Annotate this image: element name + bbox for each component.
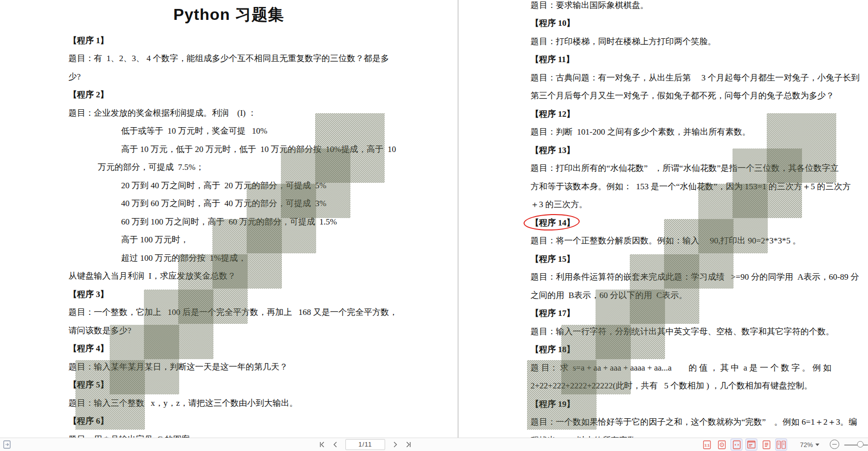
doc-line: 万元的部分，可提成 7.5%；	[68, 158, 458, 177]
doc-line: 【程序 11】	[531, 51, 868, 69]
first-page-button[interactable]	[319, 441, 326, 449]
doc-line: 2+22+222+2222+22222(此时，共有 5 个数相加 ) ，几个数相…	[531, 377, 868, 395]
zoom-slider-knob[interactable]	[857, 441, 864, 448]
page-navigation	[319, 438, 412, 451]
two-page-view-button[interactable]	[775, 439, 787, 451]
doc-line: 【程序 18】	[531, 341, 868, 359]
doc-line: 题目：输入某年某月某日，判断这一天是这一年的第几天？	[68, 358, 458, 376]
doc-line: 【程序 3】	[68, 285, 458, 303]
doc-line: 题目：一个数如果恰好等于它的因子之和，这个数就称为“完数” 。例如 6=1＋2＋…	[531, 413, 868, 432]
svg-text:1:1: 1:1	[704, 443, 709, 447]
actual-size-button[interactable]: 1:1	[701, 439, 713, 451]
page-right: 题目：要求输出国际象棋棋盘。【程序 10】题目：打印楼梯，同时在楼梯上方打印两个…	[459, 0, 868, 438]
doc-line: 题目：利用条件运算符的嵌套来完成此题：学习成绩 >=90 分的同学用 A表示，6…	[531, 268, 868, 287]
continuous-view-icon	[762, 440, 771, 450]
doc-line: 高于 10 万元，低于 20 万元时，低于 10 万元的部分按 10%提成，高于…	[68, 140, 458, 158]
zoom-slider-track[interactable]	[844, 445, 868, 446]
document-area: Python 习题集 【程序 1】题目：有 1、2、3、 4 个数字，能组成多少…	[0, 0, 868, 438]
doc-line: 【程序 10】	[531, 14, 868, 33]
doc-line: 20 万到 40 万之间时，高于 20 万元的部分，可提成 5%	[68, 176, 458, 195]
doc-line: 题目：打印出所有的“水仙花数” ，所谓“水仙花数”是指一个三位数，其各位数字立	[531, 159, 868, 178]
previous-page-button[interactable]	[332, 441, 339, 449]
view-mode-controls: 1:1	[701, 438, 787, 451]
doc-line: 题目：判断 101-200 之间有多少个素数，并输出所有素数。	[531, 123, 868, 142]
fit-width-button[interactable]	[731, 439, 742, 451]
doc-line: 第三个月后每个月又生一对兔子，假如兔子都不死，问每个月的兔子总数为多少？	[531, 87, 868, 105]
doc-line: 60 万到 100 万之间时，高于 60 万元的部分，可提成 1.5%	[68, 213, 458, 231]
doc-line: 【程序 12】	[531, 105, 868, 123]
next-page-button[interactable]	[392, 441, 399, 449]
left-page-lines: 【程序 1】题目：有 1、2、3、 4 个数字，能组成多少个互不相同且无重复数字…	[68, 31, 458, 438]
doc-line: 低于或等于 10 万元时，奖金可提 10%	[68, 122, 458, 141]
fit-width-icon	[733, 440, 741, 450]
continuous-view-button[interactable]	[760, 439, 772, 451]
doc-line: 题目：要求输出国际象棋棋盘。	[531, 0, 868, 14]
two-page-view-icon	[776, 440, 786, 450]
doc-line: 之间的用 B表示，60 分以下的用 C表示。	[531, 286, 868, 304]
doc-line: 高于 100 万元时，	[68, 231, 458, 249]
doc-line: 少?	[68, 68, 458, 86]
chevron-down-icon	[815, 444, 819, 446]
doc-line: 【程序 13】	[531, 141, 868, 159]
doc-line: 从键盘输入当月利润 I，求应发放奖金总数？	[68, 267, 458, 286]
single-page-view-icon	[747, 440, 756, 449]
doc-line: 题目：输入三个整数 x，y，z，请把这三个数由小到大输出。	[68, 394, 458, 412]
fit-page-icon	[718, 440, 726, 450]
page-left: Python 习题集 【程序 1】题目：有 1、2、3、 4 个数字，能组成多少…	[0, 0, 458, 438]
doc-line: 题目：古典问题：有一对兔子，从出生后第 3 个月起每个月都生一对兔子，小兔子长到	[531, 69, 868, 87]
page-thumbnail-button[interactable]	[3, 438, 11, 451]
doc-line: 题目：打印楼梯，同时在楼梯上方打印两个笑脸。	[531, 32, 868, 51]
doc-line: 请问该数是多少?	[68, 321, 458, 340]
right-page-lines: 题目：要求输出国际象棋棋盘。【程序 10】题目：打印楼梯，同时在楼梯上方打印两个…	[531, 0, 868, 438]
doc-line: 题 目： 求 s=a + aa + aaa + aaaa + aa...a 的 …	[531, 359, 868, 377]
zoom-out-minus-icon	[832, 444, 837, 445]
zoom-out-button[interactable]	[830, 440, 839, 449]
zoom-slider	[844, 438, 868, 451]
doc-line: 40 万到 60 万之间时，高于 40 万元的部分，可提成 3%	[68, 195, 458, 213]
doc-line: 【程序 6】	[68, 412, 458, 431]
page-number-input[interactable]	[345, 439, 385, 450]
doc-line: 【程序 1】	[68, 31, 458, 50]
doc-line: 【程序 4】	[68, 340, 458, 358]
fit-page-button[interactable]	[716, 439, 728, 451]
doc-line: 方和等于该数本身。例如： 153 是一个“水仙花数”，因为 153=1 的三次方…	[531, 177, 868, 196]
doc-line: 题目：用 * 号输出字母 C 的图案.	[68, 430, 458, 438]
doc-line: 【程序 14】	[531, 214, 868, 232]
circled-heading: 【程序 14】	[531, 217, 575, 228]
doc-line: ＋3 的三次方。	[531, 196, 868, 214]
zoom-level-dropdown[interactable]: 72%	[800, 438, 819, 451]
doc-line: 题目：输入一行字符，分别统计出其中英文字母、空格、数字和其它字符的个数。	[531, 322, 868, 341]
doc-line: 【程序 19】	[531, 395, 868, 413]
doc-line: 题目：一个整数，它加上 100 后是一个完全平方数，再加上 168 又是一个完全…	[68, 303, 458, 322]
doc-line: 题目：企业发放的奖金根据利润提成。利润 (I) ：	[68, 104, 458, 122]
doc-line: 【程序 2】	[68, 86, 458, 104]
page-thumbnail-icon	[3, 440, 11, 449]
single-page-view-button[interactable]	[745, 439, 757, 451]
zoom-level-value: 72%	[800, 441, 813, 449]
doc-line: 【程序 17】	[531, 304, 868, 323]
page-divider	[458, 0, 459, 438]
doc-line: 题目：将一个正整数分解质因数。例如：输入 90,打印出 90=2*3*3*5 。	[531, 232, 868, 250]
doc-line: 题目：有 1、2、3、 4 个数字，能组成多少个互不相同且无重复数字的三位数？都…	[68, 50, 458, 68]
actual-size-1to1-icon: 1:1	[703, 440, 711, 450]
doc-line: 【程序 15】	[531, 250, 868, 268]
pdf-viewer-window: Python 习题集 【程序 1】题目：有 1、2、3、 4 个数字，能组成多少…	[0, 0, 868, 451]
doc-line: 超过 100 万元的部分按 1%提成，	[68, 249, 458, 267]
bottom-toolbar: 1:1	[0, 438, 868, 451]
doc-line: 【程序 5】	[68, 376, 458, 394]
last-page-button[interactable]	[405, 441, 412, 449]
doc-line: 程找出 1000 以内的所有完数.	[531, 431, 868, 438]
document-title: Python 习题集	[0, 4, 458, 26]
